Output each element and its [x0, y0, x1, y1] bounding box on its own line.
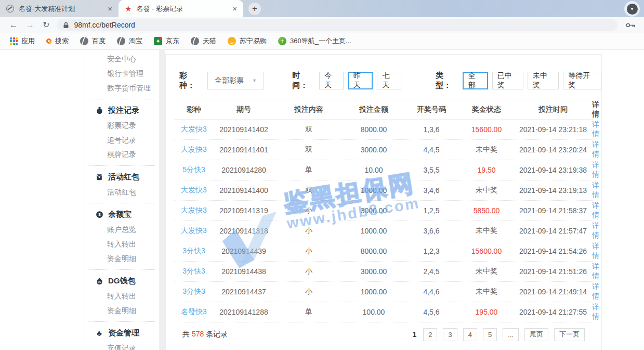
prize-status-cell: 未中奖 [459, 287, 514, 296]
bookmark-item[interactable]: +360导航_一个主页... [272, 36, 357, 46]
detail-link[interactable]: 详情 [592, 242, 599, 261]
sidebar-section-DG钱包[interactable]: DGDG钱包 [84, 273, 159, 289]
sidebar-item-安全中心[interactable]: 安全中心 [84, 52, 159, 67]
sidebar-section-投注记录[interactable]: 投注记录 [84, 102, 159, 119]
bookmark-item[interactable]: 天猫 [185, 36, 222, 46]
page-button-3[interactable]: 3 [443, 328, 457, 341]
sidebar-section-活动红包[interactable]: 活动红包 [84, 168, 159, 185]
red-envelope-icon [95, 173, 103, 181]
sidebar-item-活动红包[interactable]: 活动红包 [84, 185, 159, 200]
bet-time-cell: 2021-09-14 21:27:55 [514, 308, 592, 316]
detail-link[interactable]: 详情 [592, 282, 599, 301]
sidebar-item-充值记录[interactable]: 充值记录 [84, 341, 159, 350]
tab-plan[interactable]: 名發-大发精准计划 × [0, 0, 119, 17]
time-button-七天[interactable]: 七天 [377, 72, 401, 89]
page-ellipsis-button[interactable]: ... [503, 328, 519, 341]
globe-icon [191, 37, 199, 45]
bookmark-item[interactable]: 百度 [74, 36, 111, 46]
detail-link[interactable]: 详情 [592, 262, 599, 281]
sidebar-item-资金明细[interactable]: 资金明细 [84, 304, 159, 318]
bookmark-item[interactable]: 应用 [4, 36, 41, 46]
draw-numbers-cell: 3,5,5 [404, 166, 459, 174]
bet-amount-cell: 1000.00 [344, 186, 404, 195]
sidebar-item-转入转出[interactable]: 转入转出 [84, 289, 159, 304]
lottery-link[interactable]: 大发快3 [174, 186, 214, 195]
sidebar-item-账户总览[interactable]: 账户总览 [84, 223, 159, 237]
address-bar[interactable]: 98mf.cc/betRecord [57, 19, 617, 31]
nav360-icon: + [278, 37, 286, 45]
lottery-link[interactable]: 3分快3 [174, 267, 214, 276]
last-page-button[interactable]: 尾页 [524, 328, 548, 341]
sidebar-item-转入转出[interactable]: 转入转出 [84, 237, 159, 252]
sidebar-item-彩票记录[interactable]: 彩票记录 [84, 119, 159, 133]
reload-button[interactable]: ↻ [38, 21, 54, 29]
bet-content-cell: 小 [274, 287, 344, 296]
detail-link[interactable]: 详情 [592, 201, 599, 220]
page-button-5[interactable]: 5 [483, 328, 497, 341]
sidebar-item-数字货币管理[interactable]: 数字货币管理 [84, 81, 159, 96]
lottery-link[interactable]: 大发快3 [174, 206, 214, 215]
prize-status-cell: 19.50 [459, 166, 514, 174]
time-button-昨天[interactable]: 昨天 [348, 72, 373, 89]
type-button-等待开奖[interactable]: 等待开奖 [563, 72, 601, 89]
panel-gap [160, 50, 165, 350]
sidebar-section-资金管理[interactable]: ♣资金管理 [84, 325, 159, 341]
bet-time-cell: 2021-09-14 21:51:26 [514, 267, 592, 276]
detail-link[interactable]: 详情 [592, 222, 599, 240]
bookmark-item[interactable]: 搜索 [41, 36, 74, 46]
detail-link[interactable]: 详情 [592, 140, 599, 159]
next-page-button[interactable]: 下一页 [554, 328, 585, 341]
bet-content-cell: 双 [274, 186, 344, 195]
bookmark-label: 应用 [21, 36, 35, 46]
bet-amount-cell: 3000.00 [344, 206, 404, 215]
sidebar-item-银行卡管理[interactable]: 银行卡管理 [84, 67, 159, 81]
sidebar-item-资金明细[interactable]: 资金明细 [84, 252, 159, 266]
bookmark-item[interactable]: 苏宁易购 [222, 36, 272, 46]
page-button-2[interactable]: 2 [423, 328, 437, 341]
sidebar-item-棋牌记录[interactable]: 棋牌记录 [84, 148, 159, 162]
lottery-link[interactable]: 大发快3 [174, 145, 214, 154]
page-body: 安全中心银行卡管理数字货币管理投注记录彩票记录追号记录棋牌记录活动红包活动红包$… [0, 50, 644, 350]
lottery-select[interactable]: 全部彩票 ▼ [207, 72, 264, 89]
lottery-link[interactable]: 大发快3 [174, 226, 214, 236]
detail-link[interactable]: 详情 [592, 303, 599, 321]
bet-content-cell: 小 [274, 267, 344, 276]
close-icon[interactable]: × [107, 5, 113, 12]
sidebar-item-追号记录[interactable]: 追号记录 [84, 133, 159, 148]
sidebar-section-label: 活动红包 [108, 172, 139, 182]
close-icon[interactable]: × [231, 5, 238, 12]
lottery-link[interactable]: 名發快3 [174, 307, 214, 317]
tab-bet-record[interactable]: ★ 名發 - 彩票记录 × [119, 0, 243, 17]
detail-link[interactable]: 详情 [592, 120, 599, 139]
bet-content-cell: 单 [274, 165, 344, 175]
bookmark-item[interactable]: 淘宝 [111, 36, 148, 46]
bookmark-label: 百度 [92, 36, 106, 46]
current-page: 1 [412, 330, 416, 339]
sidebar-section-余额宝[interactable]: $余额宝 [84, 206, 159, 223]
bookmark-item[interactable]: ✦京东 [148, 36, 185, 46]
draw-numbers-cell: 4,4,5 [404, 146, 459, 154]
back-button[interactable]: ← [5, 21, 22, 29]
lottery-link[interactable]: 大发快3 [174, 125, 214, 134]
lottery-link[interactable]: 3分快3 [174, 287, 214, 296]
lottery-link[interactable]: 5分快3 [174, 165, 214, 175]
tab-search-button[interactable]: ▼ [624, 1, 640, 17]
type-button-未中奖[interactable]: 未中奖 [528, 72, 559, 89]
new-tab-button[interactable]: + [248, 3, 261, 15]
detail-link[interactable]: 详情 [592, 161, 599, 179]
type-button-全部[interactable]: 全部 [463, 72, 488, 89]
issue-cell: 202109141402 [214, 125, 274, 134]
column-header: 投注内容 [274, 105, 344, 114]
lottery-link[interactable]: 3分快3 [174, 247, 214, 256]
page-button-4[interactable]: 4 [463, 328, 477, 341]
time-button-今天[interactable]: 今天 [319, 72, 344, 89]
detail-link[interactable]: 详情 [592, 181, 599, 200]
column-header: 投注金额 [344, 105, 404, 114]
table-row: 大发快3202109141318小1000.003,6,6未中奖2021-09-… [174, 221, 593, 241]
type-button-已中奖[interactable]: 已中奖 [492, 72, 523, 89]
lottery-filter-label: 彩种： [179, 71, 202, 90]
bet-time-cell: 2021-09-14 23:20:24 [514, 146, 592, 154]
key-icon[interactable] [623, 22, 639, 28]
forward-button[interactable]: → [22, 21, 38, 29]
column-header: 奖金状态 [459, 105, 514, 114]
